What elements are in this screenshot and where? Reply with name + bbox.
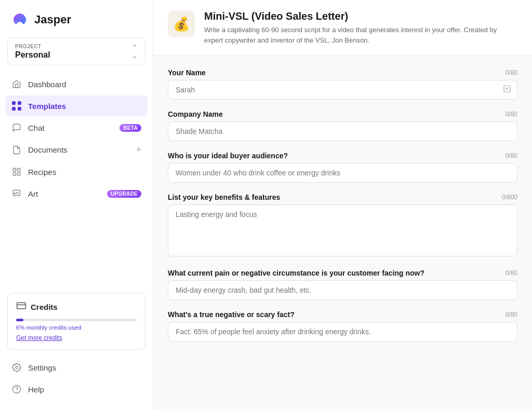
nav-list: Dashboard Templates Chat BETA Documents (0, 74, 153, 288)
current-pain-input[interactable] (168, 280, 517, 300)
template-description: Write a captivating 60-90 second script … (204, 25, 516, 45)
sidebar-item-label: Documents (28, 145, 129, 154)
ideal-buyer-counter: 0/80 (506, 152, 517, 159)
beta-badge: BETA (119, 124, 141, 132)
templates-icon (11, 101, 22, 111)
svg-rect-2 (18, 168, 20, 171)
your-name-input[interactable] (168, 80, 517, 100)
chevron-updown-icon: ⌃⌄ (131, 43, 138, 60)
get-more-credits-link[interactable]: Get more credits (16, 334, 62, 342)
recipe-icon (11, 167, 22, 177)
sidebar-item-dashboard[interactable]: Dashboard (5, 74, 148, 94)
project-info: PROJECT Personal (15, 44, 50, 60)
sidebar-item-label: Dashboard (28, 80, 141, 89)
chat-icon (11, 122, 22, 133)
credits-bar-background (16, 319, 137, 321)
form-group-scary-fact: What's a true negative or scary fact? 0/… (168, 310, 517, 342)
template-title: Mini-VSL (Video Sales Letter) (204, 10, 516, 22)
credits-bar-fill (16, 319, 23, 321)
credits-used-text: 6% monthly credits used (16, 324, 137, 331)
template-header: 💰 Mini-VSL (Video Sales Letter) Write a … (153, 0, 532, 56)
project-name: Personal (15, 50, 50, 60)
svg-point-7 (16, 366, 18, 369)
ideal-buyer-label: Who is your ideal buyer audience? (168, 152, 288, 160)
sidebar: Jasper PROJECT Personal ⌃⌄ Dashboard Tem… (0, 0, 153, 409)
sidebar-item-label: Templates (28, 102, 141, 111)
text-expand-icon (503, 85, 511, 95)
document-icon (11, 145, 22, 155)
sidebar-item-label: Art (28, 189, 101, 198)
sidebar-item-settings[interactable]: Settings (5, 357, 148, 378)
form-group-company-name: Company Name 0/80 (168, 110, 517, 141)
your-name-counter: 0/80 (506, 69, 517, 76)
company-name-counter: 0/80 (506, 111, 517, 118)
house-icon (11, 79, 22, 89)
company-name-input[interactable] (168, 121, 517, 141)
add-document-icon[interactable]: + (136, 144, 141, 155)
sidebar-item-label: Chat (28, 124, 113, 132)
template-info: Mini-VSL (Video Sales Letter) Write a ca… (204, 10, 516, 45)
your-name-label: Your Name (168, 69, 206, 77)
gear-icon (11, 362, 22, 373)
sidebar-item-art[interactable]: Art UPGRADE (5, 183, 148, 204)
ideal-buyer-input[interactable] (168, 163, 517, 183)
svg-point-8 (13, 386, 21, 393)
sidebar-item-help[interactable]: Help (5, 379, 148, 400)
key-benefits-counter: 0/800 (502, 194, 517, 201)
project-selector[interactable]: PROJECT Personal ⌃⌄ (7, 37, 145, 65)
credits-header: Credits (16, 301, 137, 313)
your-name-input-wrapper (168, 80, 517, 100)
form-group-ideal-buyer: Who is your ideal buyer audience? 0/80 (168, 152, 517, 183)
project-label: PROJECT (15, 44, 50, 49)
sidebar-item-label: Recipes (28, 168, 141, 176)
bottom-nav: Settings Help (0, 357, 153, 409)
help-label: Help (28, 385, 141, 394)
key-benefits-label: List your key benefits & features (168, 193, 280, 201)
form-group-current-pain: What current pain or negative circumstan… (168, 269, 517, 300)
sidebar-item-recipes[interactable]: Recipes (5, 161, 148, 182)
scary-fact-label: What's a true negative or scary fact? (168, 310, 295, 319)
current-pain-counter: 0/80 (506, 269, 517, 277)
sidebar-item-templates[interactable]: Templates (5, 96, 148, 116)
template-icon: 💰 (168, 10, 195, 37)
form-area: Your Name 0/80 Company Name 0/80 Who is … (153, 56, 532, 364)
help-icon (11, 384, 22, 394)
credits-title: Credits (31, 303, 58, 311)
svg-rect-10 (504, 86, 510, 92)
sidebar-item-chat[interactable]: Chat BETA (5, 117, 148, 138)
art-icon (11, 188, 22, 199)
sidebar-item-documents[interactable]: Documents + (5, 139, 148, 160)
svg-rect-4 (18, 173, 20, 175)
svg-rect-6 (17, 303, 26, 309)
main-content: 💰 Mini-VSL (Video Sales Letter) Write a … (153, 0, 532, 409)
svg-rect-1 (13, 168, 16, 171)
logo-area: Jasper (0, 0, 153, 37)
key-benefits-textarea[interactable] (168, 204, 517, 256)
scary-fact-counter: 0/80 (506, 311, 517, 318)
credits-box: Credits 6% monthly credits used Get more… (7, 293, 145, 350)
company-name-label: Company Name (168, 110, 223, 118)
credits-icon (16, 301, 26, 313)
jasper-logo-icon (10, 10, 29, 29)
form-group-key-benefits: List your key benefits & features 0/800 (168, 193, 517, 258)
current-pain-label: What current pain or negative circumstan… (168, 269, 424, 277)
settings-label: Settings (28, 363, 141, 372)
form-group-your-name: Your Name 0/80 (168, 69, 517, 100)
upgrade-badge: UPGRADE (107, 190, 141, 198)
scary-fact-input[interactable] (168, 322, 517, 342)
logo-text: Jasper (34, 13, 71, 26)
svg-rect-3 (13, 173, 16, 175)
